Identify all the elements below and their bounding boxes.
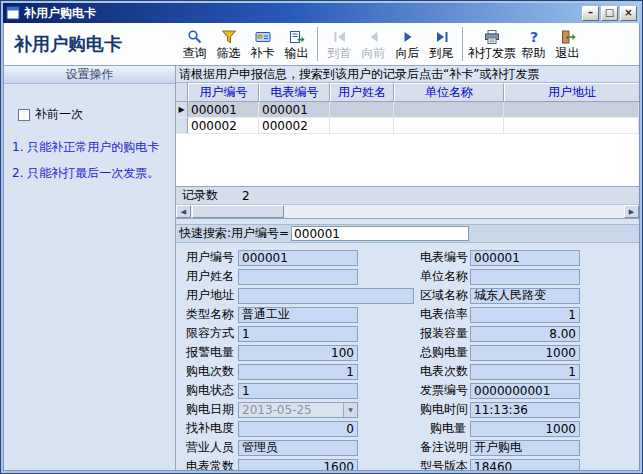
field-operator[interactable]: 管理员 [238, 440, 358, 456]
field-value: 1000 [545, 346, 576, 360]
quick-search-bar: 快速搜索:用户编号= [176, 224, 639, 243]
form-row: 用户编号000001电表编号000001 [176, 248, 639, 267]
scrollbar-track[interactable] [284, 205, 624, 218]
form-row: 购电次数1电表次数1 [176, 362, 639, 381]
close-button[interactable]: × [620, 6, 637, 21]
toolbar-button-label: 向前 [362, 47, 386, 59]
field-user-name[interactable] [238, 269, 358, 285]
toolbar-button-next[interactable]: 向后 [391, 25, 424, 63]
toolbar-button-exit[interactable]: 退出 [551, 25, 584, 63]
toolbar-separator [462, 27, 464, 61]
export-icon [289, 29, 305, 45]
form-row: 购电状态1发票编号0000000001 [176, 381, 639, 400]
row-indicator [176, 118, 188, 133]
field-user-address[interactable] [238, 288, 414, 304]
grid-cell[interactable] [394, 102, 504, 117]
scroll-left-icon[interactable] [176, 205, 191, 218]
form-row: 找补电度0购电量1000 [176, 419, 639, 438]
field-meter-ratio[interactable]: 1 [470, 307, 580, 323]
field-label-purchase-count: 购电次数 [176, 363, 238, 380]
field-meter-id[interactable]: 000001 [470, 250, 580, 266]
chevron-down-icon[interactable] [343, 403, 357, 417]
field-purchase-count[interactable]: 1 [238, 364, 358, 380]
toolbar-button-help[interactable]: 帮助 [517, 25, 550, 63]
row-indicator [176, 102, 188, 117]
form-row: 类型名称普通工业电表倍率1 [176, 305, 639, 324]
toolbar-button-invoice-print[interactable]: 补打发票 [468, 25, 516, 63]
field-purchase-status[interactable]: 1 [238, 383, 358, 399]
grid-cell[interactable]: 000002 [188, 118, 259, 133]
grid-cell[interactable] [330, 102, 394, 117]
scroll-right-icon[interactable] [624, 205, 639, 218]
grid-column-header[interactable]: 单位名称 [394, 83, 504, 102]
minimize-button[interactable]: – [582, 6, 599, 21]
field-value: 100 [331, 346, 354, 360]
field-total-energy[interactable]: 1000 [470, 345, 580, 361]
toolbar-button-filter[interactable]: 筛选 [212, 25, 245, 63]
grid-column-header[interactable]: 用户地址 [504, 83, 639, 102]
field-install-capacity[interactable]: 8.00 [470, 326, 580, 342]
first-icon [332, 29, 348, 45]
field-label-meter-count: 电表次数 [420, 363, 470, 380]
grid-body[interactable]: 000001000001 000002000002 [176, 102, 639, 186]
toolbar-button-prev[interactable]: 向前 [357, 25, 390, 63]
table-row[interactable]: 000001000001 [176, 102, 639, 118]
form-row: 购电日期2013-05-25购电时间11:13:36 [176, 400, 639, 419]
grid-cell[interactable] [394, 118, 504, 133]
field-label-limit-mode: 限容方式 [176, 325, 238, 342]
grid-cell[interactable] [330, 118, 394, 133]
header-strip: 补用户购电卡 查询 筛选 补卡 输出 到首 向前 向后 到尾 补打发票 帮助 退… [4, 23, 639, 66]
field-value: 1 [242, 384, 250, 398]
maximize-button[interactable]: □ [601, 6, 618, 21]
grid-cell[interactable]: 000001 [188, 102, 259, 117]
grid-cell[interactable]: 000002 [259, 118, 330, 133]
field-meter-count[interactable]: 1 [470, 364, 580, 380]
field-invoice-no[interactable]: 0000000001 [470, 383, 580, 399]
sidebar-note-2: 2. 只能补打最后一次发票。 [12, 165, 169, 181]
toolbar-button-export[interactable]: 输出 [280, 25, 313, 63]
checkbox-replenish-previous[interactable]: 补前一次 [18, 106, 175, 123]
field-remark[interactable]: 开户购电 [470, 440, 580, 456]
checkbox-box[interactable] [18, 109, 30, 121]
field-value: 1 [242, 327, 250, 341]
field-value: 0 [346, 422, 354, 436]
field-unit-name[interactable] [470, 269, 580, 285]
field-purchase-time[interactable]: 11:13:36 [470, 402, 580, 418]
table-row[interactable]: 000002000002 [176, 118, 639, 134]
field-area-name[interactable]: 城东人民路变 [470, 288, 580, 304]
field-adjust-energy[interactable]: 0 [238, 421, 358, 437]
field-purchase-energy[interactable]: 1000 [470, 421, 580, 437]
field-alarm-energy[interactable]: 100 [238, 345, 358, 361]
grid-indicator-header [176, 83, 188, 102]
field-meter-constant[interactable]: 1600 [238, 459, 358, 471]
field-value: 000001 [242, 251, 288, 265]
field-value: 000001 [474, 251, 520, 265]
grid-column-header[interactable]: 电表编号 [259, 83, 330, 102]
hint-bar: 请根据用户申报信息，搜索到该用户的记录后点击“补卡”或补打发票 [176, 66, 639, 83]
field-user-id[interactable]: 000001 [238, 250, 358, 266]
toolbar-button-card[interactable]: 补卡 [246, 25, 279, 63]
sidebar: 设置操作 补前一次 1. 只能补正常用户的购电卡 2. 只能补打最后一次发票。 [4, 66, 176, 470]
field-value: 开户购电 [474, 440, 522, 456]
grid-cell[interactable]: 000001 [259, 102, 330, 117]
scrollbar-thumb[interactable] [192, 205, 284, 218]
next-icon [400, 29, 416, 45]
help-icon [526, 29, 542, 45]
grid-cell[interactable] [504, 102, 639, 117]
toolbar-button-first[interactable]: 到首 [323, 25, 356, 63]
horizontal-scrollbar [176, 204, 639, 218]
grid-footer: 记录数 2 [176, 186, 639, 204]
toolbar-button-search[interactable]: 查询 [178, 25, 211, 63]
content: 设置操作 补前一次 1. 只能补正常用户的购电卡 2. 只能补打最后一次发票。 … [4, 66, 639, 470]
quick-search-input[interactable] [291, 226, 469, 241]
field-type-name[interactable]: 普通工业 [238, 307, 358, 323]
field-purchase-date[interactable]: 2013-05-25 [238, 402, 358, 418]
grid-column-header[interactable]: 用户姓名 [330, 83, 394, 102]
field-limit-mode[interactable]: 1 [238, 326, 358, 342]
field-model-version[interactable]: 18460 [470, 459, 580, 471]
grid-column-header[interactable]: 用户编号 [188, 83, 259, 102]
invoice-print-icon [484, 29, 500, 45]
checkbox-label: 补前一次 [35, 106, 83, 123]
toolbar-button-last[interactable]: 到尾 [425, 25, 458, 63]
grid-cell[interactable] [504, 118, 639, 133]
